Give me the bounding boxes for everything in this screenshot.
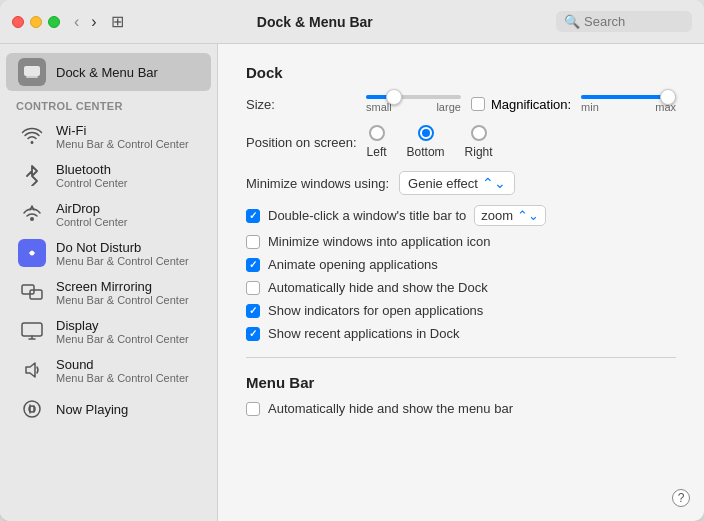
mag-slider-container: min max — [581, 95, 676, 113]
menu-bar-section: Menu Bar Automatically hide and show the… — [246, 374, 676, 416]
mirror-text-block: Screen Mirroring Menu Bar & Control Cent… — [56, 279, 189, 306]
minimize-icon-checkbox[interactable] — [246, 235, 260, 249]
bluetooth-sublabel: Control Center — [56, 177, 128, 189]
checkbox-minimize-icon[interactable]: Minimize windows into application icon — [246, 234, 676, 249]
sidebar-item-sound[interactable]: Sound Menu Bar & Control Center — [6, 351, 211, 389]
maximize-button[interactable] — [48, 16, 60, 28]
sound-label: Sound — [56, 357, 189, 372]
mag-label: Magnification: — [491, 97, 571, 112]
auto-hide-checkbox[interactable] — [246, 281, 260, 295]
zoom-select[interactable]: zoom ⌃⌄ — [474, 205, 546, 226]
search-box[interactable]: 🔍 — [556, 11, 692, 32]
animate-checkbox[interactable] — [246, 258, 260, 272]
menu-bar-label: Automatically hide and show the menu bar — [268, 401, 513, 416]
checkbox-recent[interactable]: Show recent applications in Dock — [246, 326, 676, 341]
position-left[interactable]: Left — [367, 125, 387, 159]
control-center-header: Control Center — [0, 92, 217, 116]
checkbox-menu-bar[interactable]: Automatically hide and show the menu bar — [246, 401, 676, 416]
svg-rect-6 — [22, 323, 42, 336]
checkbox-auto-hide[interactable]: Automatically hide and show the Dock — [246, 280, 676, 295]
minimize-effect-label: Genie effect — [408, 176, 478, 191]
mag-checkbox[interactable] — [471, 97, 485, 111]
minimize-button[interactable] — [30, 16, 42, 28]
mag-slider-thumb[interactable] — [660, 89, 676, 105]
nav-buttons: ‹ › — [70, 13, 101, 31]
search-icon: 🔍 — [564, 14, 580, 29]
indicators-label: Show indicators for open applications — [268, 303, 483, 318]
size-slider-thumb[interactable] — [386, 89, 402, 105]
position-bottom-dot — [422, 129, 430, 137]
sidebar-item-dock[interactable]: Dock & Menu Bar — [6, 53, 211, 91]
wifi-label: Wi-Fi — [56, 123, 189, 138]
forward-button[interactable]: › — [87, 13, 100, 31]
display-icon — [18, 317, 46, 345]
search-input[interactable] — [584, 14, 684, 29]
airdrop-label: AirDrop — [56, 201, 128, 216]
mag-container: Magnification: — [471, 97, 571, 112]
divider — [246, 357, 676, 358]
wifi-text-block: Wi-Fi Menu Bar & Control Center — [56, 123, 189, 150]
dnd-label: Do Not Disturb — [56, 240, 189, 255]
checkbox-dbl-click[interactable]: Double-click a window's title bar to zoo… — [246, 205, 676, 226]
bluetooth-text-block: Bluetooth Control Center — [56, 162, 128, 189]
nowplaying-icon — [18, 395, 46, 423]
recent-checkbox[interactable] — [246, 327, 260, 341]
checkbox-animate[interactable]: Animate opening applications — [246, 257, 676, 272]
airdrop-icon — [18, 200, 46, 228]
checkbox-indicators[interactable]: Show indicators for open applications — [246, 303, 676, 318]
airdrop-sublabel: Control Center — [56, 216, 128, 228]
main-content: Dock Size: small large — [218, 44, 704, 444]
position-right[interactable]: Right — [465, 125, 493, 159]
animate-label: Animate opening applications — [268, 257, 438, 272]
system-preferences-window: ‹ › ⊞ Dock & Menu Bar 🔍 Dock & Menu Ba — [0, 0, 704, 521]
help-button[interactable]: ? — [672, 489, 690, 507]
sidebar-item-dnd[interactable]: Do Not Disturb Menu Bar & Control Center — [6, 234, 211, 272]
sidebar-item-airdrop[interactable]: AirDrop Control Center — [6, 195, 211, 233]
sidebar-item-mirror[interactable]: Screen Mirroring Menu Bar & Control Cent… — [6, 273, 211, 311]
dnd-text-block: Do Not Disturb Menu Bar & Control Center — [56, 240, 189, 267]
sound-text-block: Sound Menu Bar & Control Center — [56, 357, 189, 384]
recent-label: Show recent applications in Dock — [268, 326, 460, 341]
grid-icon[interactable]: ⊞ — [111, 12, 124, 31]
bluetooth-icon — [18, 161, 46, 189]
dbl-click-checkbox[interactable] — [246, 209, 260, 223]
back-button[interactable]: ‹ — [70, 13, 83, 31]
sidebar-item-wifi[interactable]: Wi-Fi Menu Bar & Control Center — [6, 117, 211, 155]
indicators-checkbox[interactable] — [246, 304, 260, 318]
wifi-icon — [18, 122, 46, 150]
minimize-select[interactable]: Genie effect ⌃⌄ — [399, 171, 515, 195]
size-label: Size: — [246, 97, 356, 112]
dock-section-title: Dock — [246, 64, 676, 81]
sidebar-item-nowplaying[interactable]: Now Playing — [6, 390, 211, 428]
select-arrow-icon: ⌃⌄ — [482, 175, 506, 191]
menu-bar-checkbox[interactable] — [246, 402, 260, 416]
nowplaying-text-block: Now Playing — [56, 402, 128, 417]
bluetooth-label: Bluetooth — [56, 162, 128, 177]
size-large-label: large — [436, 101, 460, 113]
mirror-label: Screen Mirroring — [56, 279, 189, 294]
position-right-radio[interactable] — [471, 125, 487, 141]
sidebar-item-display[interactable]: Display Menu Bar & Control Center — [6, 312, 211, 350]
position-bottom-radio[interactable] — [418, 125, 434, 141]
sidebar-item-bluetooth[interactable]: Bluetooth Control Center — [6, 156, 211, 194]
position-bottom[interactable]: Bottom — [407, 125, 445, 159]
titlebar: ‹ › ⊞ Dock & Menu Bar 🔍 — [0, 0, 704, 44]
sound-icon — [18, 356, 46, 384]
mag-min-label: min — [581, 101, 599, 113]
wifi-sublabel: Menu Bar & Control Center — [56, 138, 189, 150]
dnd-sublabel: Menu Bar & Control Center — [56, 255, 189, 267]
position-label: Position on screen: — [246, 135, 357, 150]
close-button[interactable] — [12, 16, 24, 28]
position-left-radio[interactable] — [369, 125, 385, 141]
size-slider-container: small large — [366, 95, 461, 113]
auto-hide-label: Automatically hide and show the Dock — [268, 280, 488, 295]
position-left-label: Left — [367, 145, 387, 159]
size-slider-track — [366, 95, 461, 99]
zoom-arrow-icon: ⌃⌄ — [517, 208, 539, 223]
window-title: Dock & Menu Bar — [134, 14, 496, 30]
position-bottom-label: Bottom — [407, 145, 445, 159]
dnd-icon — [18, 239, 46, 267]
main-wrapper: Dock Size: small large — [218, 44, 704, 521]
position-right-label: Right — [465, 145, 493, 159]
size-slider-labels: small large — [366, 101, 461, 113]
